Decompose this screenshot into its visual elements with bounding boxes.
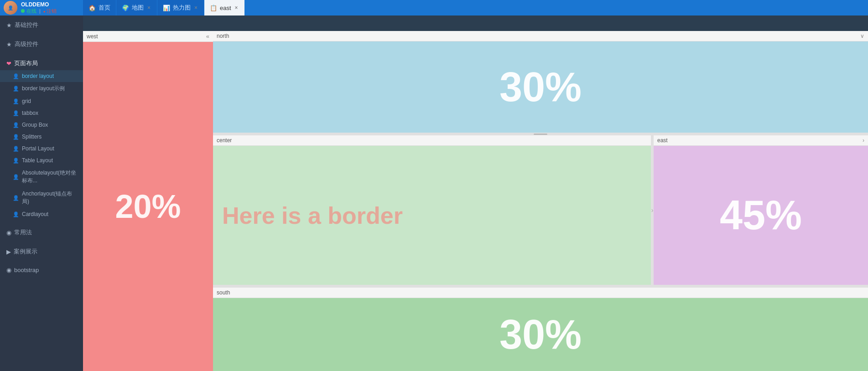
sidebar-group-advanced-label: 高级控件 <box>15 40 38 48</box>
sidebar-item-tabbox-label: tabbox <box>22 110 38 116</box>
sidebar-item-absolute-layout[interactable]: 👤 Absolutelayout(绝对坐标布... <box>0 166 83 187</box>
sidebar-item-tabbox[interactable]: 👤 tabbox <box>0 107 83 119</box>
south-percent: 30% <box>499 311 582 358</box>
north-header: north ∨ <box>213 31 868 41</box>
west-percent: 20% <box>115 188 181 225</box>
north-collapse-button[interactable]: ∨ <box>860 33 864 39</box>
map-icon: 🌍 <box>122 5 129 11</box>
user-icon-border-layout-example: 👤 <box>13 86 19 92</box>
sidebar-group-advanced-header[interactable]: ★ 高级控件 <box>0 37 83 51</box>
topbar: 👤 OLDDEMO 在线 | 注销 🏠 首页 🌍 地图 × 📊 热力图 × <box>0 0 868 15</box>
sidebar-group-page-layout: ❤ 页面布局 👤 border layout 👤 border layout示例… <box>0 54 83 223</box>
sidebar-item-anchor-layout[interactable]: 👤 Anchorlayout(锚点布局) <box>0 187 83 208</box>
sidebar-group-advanced: ★ 高级控件 <box>0 35 83 54</box>
logout-button[interactable]: 注销 <box>43 8 57 15</box>
sidebar-item-table-layout-label: Table Layout <box>22 157 53 164</box>
star-icon-advanced: ★ <box>6 41 12 48</box>
east-body: 45% <box>654 146 868 285</box>
center-label: center <box>217 137 232 144</box>
west-header: west « <box>83 31 213 42</box>
sidebar-group-bootstrap: ◉ bootstrap <box>0 261 83 279</box>
sidebar-item-border-layout-label: border layout <box>22 73 54 79</box>
tab-border-layout-close[interactable]: × <box>234 5 239 10</box>
sidebar: ★ 基础控件 ★ 高级控件 ❤ 页面布局 👤 border layout 👤 b <box>0 15 83 371</box>
sidebar-item-splitters[interactable]: 👤 Splitters <box>0 131 83 143</box>
center-panel: center Here is a border <box>213 135 651 285</box>
south-body: 30% <box>213 298 868 371</box>
user-icon-anchor-layout: 👤 <box>13 195 19 201</box>
sidebar-group-page-layout-label: 页面布局 <box>14 59 38 67</box>
sidebar-item-border-layout[interactable]: 👤 border layout <box>0 70 83 82</box>
online-indicator <box>21 9 25 13</box>
user-icon-table-layout: 👤 <box>13 158 19 164</box>
user-icon-grid: 👤 <box>13 98 19 104</box>
user-icon-splitters: 👤 <box>13 134 19 140</box>
west-label: west <box>87 33 98 40</box>
sidebar-group-examples: ▶ 案例展示 <box>0 242 83 261</box>
west-collapse-button[interactable]: « <box>206 33 209 40</box>
sidebar-item-card-layout[interactable]: 👤 Cardlayout <box>0 208 83 220</box>
user-icon-border-layout: 👤 <box>13 73 19 79</box>
east-label: east <box>657 137 668 144</box>
north-label: north <box>217 33 229 39</box>
sidebar-group-common: ◉ 常用法 <box>0 223 83 242</box>
north-percent: 30% <box>499 64 582 111</box>
avatar-image: 👤 <box>4 1 17 15</box>
user-section: 👤 OLDDEMO 在线 | 注销 <box>0 1 83 15</box>
east-percent: 45% <box>720 192 802 239</box>
sidebar-group-bootstrap-label: bootstrap <box>14 267 39 273</box>
tab-border-layout[interactable]: 📋 east × <box>204 0 245 15</box>
south-panel: south 30% <box>213 288 868 371</box>
user-status: 在线 | 注销 <box>21 8 57 15</box>
sidebar-item-grid-label: grid <box>22 98 31 104</box>
sidebar-item-group-box-label: Group Box <box>22 122 48 128</box>
sidebar-item-portal-layout-label: Portal Layout <box>22 145 54 152</box>
tab-map-close[interactable]: × <box>146 5 151 10</box>
online-label: 在线 <box>26 8 36 15</box>
north-panel: north ∨ 30% <box>213 31 868 133</box>
main-area: ★ 基础控件 ★ 高级控件 ❤ 页面布局 👤 border layout 👤 b <box>0 15 868 371</box>
tab-home[interactable]: 🏠 首页 <box>83 0 116 15</box>
user-icon-absolute-layout: 👤 <box>13 174 19 180</box>
sidebar-item-portal-layout[interactable]: 👤 Portal Layout <box>0 143 83 155</box>
center-body: Here is a border <box>213 146 651 285</box>
tab-map-label: 地图 <box>132 4 144 12</box>
south-header: south <box>213 288 868 298</box>
tabs-bar: 🏠 首页 🌍 地图 × 📊 热力图 × 📋 east × <box>83 0 868 15</box>
sidebar-item-table-layout[interactable]: 👤 Table Layout <box>0 155 83 166</box>
tab-heatmap[interactable]: 📊 热力图 × <box>157 0 204 15</box>
user-info: OLDDEMO 在线 | 注销 <box>21 1 57 15</box>
tab-map[interactable]: 🌍 地图 × <box>116 0 157 15</box>
sidebar-item-border-layout-example[interactable]: 👤 border layout示例 <box>0 82 83 95</box>
username: OLDDEMO <box>21 1 57 8</box>
west-body: 20% <box>83 42 213 371</box>
sidebar-group-basic-label: 基础控件 <box>15 21 38 29</box>
east-panel: east › 45% <box>654 135 868 285</box>
tab-heatmap-label: 热力图 <box>173 4 191 12</box>
sidebar-group-common-header[interactable]: ◉ 常用法 <box>0 226 83 239</box>
home-icon: 🏠 <box>88 5 96 11</box>
sidebar-item-border-layout-example-label: border layout示例 <box>22 85 65 93</box>
right-area: north ∨ 30% center Here is a border <box>213 31 868 371</box>
sidebar-group-examples-header[interactable]: ▶ 案例展示 <box>0 245 83 258</box>
tab-home-label: 首页 <box>99 4 110 12</box>
tab-heatmap-close[interactable]: × <box>193 5 198 10</box>
sidebar-item-card-layout-label: Cardlayout <box>22 211 48 217</box>
user-icon-portal-layout: 👤 <box>13 146 19 152</box>
user-icon-tabbox: 👤 <box>13 110 19 116</box>
sidebar-item-grid[interactable]: 👤 grid <box>0 95 83 107</box>
east-expand-button[interactable]: › <box>863 137 864 144</box>
sidebar-group-common-label: 常用法 <box>14 228 32 237</box>
south-label: south <box>217 289 230 296</box>
dot-icon-bootstrap: ◉ <box>6 267 11 273</box>
sidebar-item-group-box[interactable]: 👤 Group Box <box>0 119 83 131</box>
center-text: Here is a border <box>222 202 403 229</box>
sidebar-group-page-layout-header[interactable]: ❤ 页面布局 <box>0 57 83 70</box>
east-header: east › <box>654 135 868 146</box>
north-body: 30% <box>213 41 868 133</box>
north-resize-divider[interactable] <box>213 133 868 135</box>
sidebar-group-basic: ★ 基础控件 <box>0 15 83 35</box>
sidebar-group-basic-header[interactable]: ★ 基础控件 <box>0 18 83 32</box>
sidebar-group-bootstrap-header[interactable]: ◉ bootstrap <box>0 264 83 276</box>
center-header: center <box>213 135 651 146</box>
